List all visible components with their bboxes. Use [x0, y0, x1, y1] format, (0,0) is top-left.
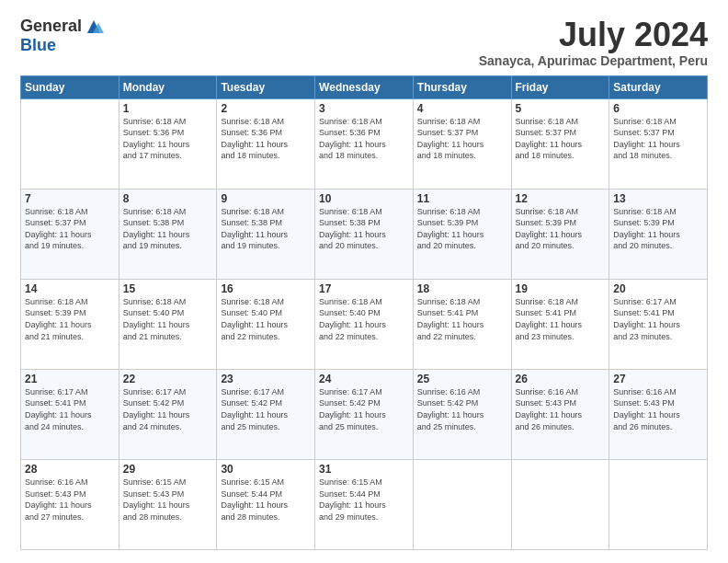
table-row: 27Sunrise: 6:16 AM Sunset: 5:43 PM Dayli…	[609, 369, 708, 459]
table-row: 8Sunrise: 6:18 AM Sunset: 5:38 PM Daylig…	[119, 189, 217, 279]
table-row: 14Sunrise: 6:18 AM Sunset: 5:39 PM Dayli…	[21, 279, 119, 369]
day-number: 3	[319, 102, 409, 115]
day-number: 25	[417, 373, 507, 385]
day-number: 23	[221, 373, 311, 385]
table-row: 11Sunrise: 6:18 AM Sunset: 5:39 PM Dayli…	[413, 189, 511, 279]
cell-info: Sunrise: 6:18 AM Sunset: 5:37 PM Dayligh…	[613, 116, 703, 162]
cell-info: Sunrise: 6:17 AM Sunset: 5:42 PM Dayligh…	[123, 386, 213, 432]
table-row	[413, 459, 511, 549]
table-row: 13Sunrise: 6:18 AM Sunset: 5:39 PM Dayli…	[609, 189, 708, 279]
table-row: 26Sunrise: 6:16 AM Sunset: 5:43 PM Dayli…	[511, 369, 609, 459]
cell-info: Sunrise: 6:16 AM Sunset: 5:43 PM Dayligh…	[516, 386, 606, 432]
day-number: 6	[613, 102, 703, 115]
table-row: 21Sunrise: 6:17 AM Sunset: 5:41 PM Dayli…	[21, 369, 119, 459]
header: General Blue July 2024 Sanayca, Apurimac…	[20, 17, 708, 68]
calendar-header-row: Sunday Monday Tuesday Wednesday Thursday…	[21, 75, 708, 98]
title-block: July 2024 Sanayca, Apurimac Department, …	[479, 17, 708, 68]
table-row: 9Sunrise: 6:18 AM Sunset: 5:38 PM Daylig…	[217, 189, 315, 279]
day-number: 13	[613, 192, 703, 205]
cell-info: Sunrise: 6:18 AM Sunset: 5:36 PM Dayligh…	[319, 116, 409, 162]
cell-info: Sunrise: 6:17 AM Sunset: 5:41 PM Dayligh…	[25, 386, 115, 432]
cell-info: Sunrise: 6:18 AM Sunset: 5:41 PM Dayligh…	[417, 296, 507, 342]
table-row: 16Sunrise: 6:18 AM Sunset: 5:40 PM Dayli…	[217, 279, 315, 369]
table-row	[609, 459, 708, 549]
col-wednesday: Wednesday	[315, 75, 414, 98]
cell-info: Sunrise: 6:17 AM Sunset: 5:41 PM Dayligh…	[613, 296, 703, 342]
table-row: 31Sunrise: 6:15 AM Sunset: 5:44 PM Dayli…	[315, 459, 414, 549]
col-sunday: Sunday	[21, 75, 119, 98]
cell-info: Sunrise: 6:18 AM Sunset: 5:39 PM Dayligh…	[417, 206, 507, 252]
day-number: 14	[25, 282, 115, 295]
day-number: 24	[319, 373, 409, 385]
table-row: 23Sunrise: 6:17 AM Sunset: 5:42 PM Dayli…	[217, 369, 315, 459]
table-row: 6Sunrise: 6:18 AM Sunset: 5:37 PM Daylig…	[609, 98, 708, 189]
cell-info: Sunrise: 6:18 AM Sunset: 5:36 PM Dayligh…	[123, 116, 213, 162]
table-row	[21, 98, 119, 189]
col-saturday: Saturday	[609, 75, 708, 98]
day-number: 20	[613, 282, 703, 295]
table-row: 15Sunrise: 6:18 AM Sunset: 5:40 PM Dayli…	[119, 279, 217, 369]
col-friday: Friday	[511, 75, 609, 98]
calendar-week-2: 7Sunrise: 6:18 AM Sunset: 5:37 PM Daylig…	[21, 189, 708, 279]
cell-info: Sunrise: 6:18 AM Sunset: 5:41 PM Dayligh…	[516, 296, 606, 342]
cell-info: Sunrise: 6:15 AM Sunset: 5:43 PM Dayligh…	[123, 477, 213, 523]
table-row: 18Sunrise: 6:18 AM Sunset: 5:41 PM Dayli…	[413, 279, 511, 369]
cell-info: Sunrise: 6:18 AM Sunset: 5:38 PM Dayligh…	[123, 206, 213, 252]
col-monday: Monday	[119, 75, 217, 98]
table-row: 7Sunrise: 6:18 AM Sunset: 5:37 PM Daylig…	[21, 189, 119, 279]
calendar-week-3: 14Sunrise: 6:18 AM Sunset: 5:39 PM Dayli…	[21, 279, 708, 369]
day-number: 19	[516, 282, 606, 295]
location-subtitle: Sanayca, Apurimac Department, Peru	[479, 53, 708, 68]
day-number: 11	[417, 192, 507, 205]
day-number: 7	[25, 192, 115, 205]
logo-general-text: General	[20, 17, 82, 36]
day-number: 15	[123, 282, 213, 295]
cell-info: Sunrise: 6:18 AM Sunset: 5:40 PM Dayligh…	[319, 296, 409, 342]
day-number: 27	[613, 373, 703, 385]
table-row: 1Sunrise: 6:18 AM Sunset: 5:36 PM Daylig…	[119, 98, 217, 189]
cell-info: Sunrise: 6:15 AM Sunset: 5:44 PM Dayligh…	[221, 477, 311, 523]
cell-info: Sunrise: 6:17 AM Sunset: 5:42 PM Dayligh…	[221, 386, 311, 432]
day-number: 28	[25, 463, 115, 476]
logo-blue-text: Blue	[20, 36, 56, 54]
cell-info: Sunrise: 6:18 AM Sunset: 5:37 PM Dayligh…	[516, 116, 606, 162]
cell-info: Sunrise: 6:18 AM Sunset: 5:39 PM Dayligh…	[516, 206, 606, 252]
cell-info: Sunrise: 6:16 AM Sunset: 5:42 PM Dayligh…	[417, 386, 507, 432]
day-number: 4	[417, 102, 507, 115]
calendar-week-1: 1Sunrise: 6:18 AM Sunset: 5:36 PM Daylig…	[21, 98, 708, 189]
table-row: 20Sunrise: 6:17 AM Sunset: 5:41 PM Dayli…	[609, 279, 708, 369]
table-row: 4Sunrise: 6:18 AM Sunset: 5:37 PM Daylig…	[413, 98, 511, 189]
cell-info: Sunrise: 6:17 AM Sunset: 5:42 PM Dayligh…	[319, 386, 409, 432]
day-number: 1	[123, 102, 213, 115]
table-row: 17Sunrise: 6:18 AM Sunset: 5:40 PM Dayli…	[315, 279, 414, 369]
cell-info: Sunrise: 6:18 AM Sunset: 5:38 PM Dayligh…	[319, 206, 409, 252]
cell-info: Sunrise: 6:16 AM Sunset: 5:43 PM Dayligh…	[613, 386, 703, 432]
cell-info: Sunrise: 6:18 AM Sunset: 5:40 PM Dayligh…	[221, 296, 311, 342]
table-row	[511, 459, 609, 549]
day-number: 26	[516, 373, 606, 385]
day-number: 5	[516, 102, 606, 115]
day-number: 17	[319, 282, 409, 295]
table-row: 30Sunrise: 6:15 AM Sunset: 5:44 PM Dayli…	[217, 459, 315, 549]
table-row: 22Sunrise: 6:17 AM Sunset: 5:42 PM Dayli…	[119, 369, 217, 459]
table-row: 24Sunrise: 6:17 AM Sunset: 5:42 PM Dayli…	[315, 369, 414, 459]
cell-info: Sunrise: 6:18 AM Sunset: 5:38 PM Dayligh…	[221, 206, 311, 252]
table-row: 19Sunrise: 6:18 AM Sunset: 5:41 PM Dayli…	[511, 279, 609, 369]
logo: General Blue	[20, 17, 104, 55]
cell-info: Sunrise: 6:16 AM Sunset: 5:43 PM Dayligh…	[25, 477, 115, 523]
day-number: 10	[319, 192, 409, 205]
calendar-week-5: 28Sunrise: 6:16 AM Sunset: 5:43 PM Dayli…	[21, 459, 708, 549]
day-number: 30	[221, 463, 311, 476]
cell-info: Sunrise: 6:18 AM Sunset: 5:39 PM Dayligh…	[25, 296, 115, 342]
day-number: 12	[516, 192, 606, 205]
cell-info: Sunrise: 6:15 AM Sunset: 5:44 PM Dayligh…	[319, 477, 409, 523]
calendar-week-4: 21Sunrise: 6:17 AM Sunset: 5:41 PM Dayli…	[21, 369, 708, 459]
day-number: 22	[123, 373, 213, 385]
table-row: 3Sunrise: 6:18 AM Sunset: 5:36 PM Daylig…	[315, 98, 414, 189]
col-tuesday: Tuesday	[217, 75, 315, 98]
col-thursday: Thursday	[413, 75, 511, 98]
table-row: 29Sunrise: 6:15 AM Sunset: 5:43 PM Dayli…	[119, 459, 217, 549]
logo-icon	[84, 18, 104, 35]
cell-info: Sunrise: 6:18 AM Sunset: 5:37 PM Dayligh…	[417, 116, 507, 162]
day-number: 21	[25, 373, 115, 385]
